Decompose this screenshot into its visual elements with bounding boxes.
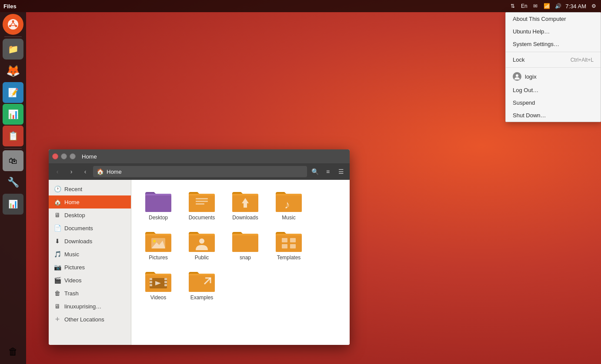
- topbar: Files ⇅ En ✉ 📶 🔊 7:34 AM ⚙: [0, 0, 601, 12]
- menu-separator-2: [506, 67, 601, 68]
- folder-snap[interactable]: snap: [225, 227, 265, 263]
- folder-music-label: Music: [282, 215, 295, 221]
- user-avatar: [513, 72, 521, 81]
- sidebar-label-home: Home: [64, 199, 80, 205]
- svg-rect-29: [282, 238, 287, 242]
- svg-rect-40: [164, 281, 167, 283]
- window-toolbar: ‹ › ‹ 🏠 Home 🔍 ≡ ☰: [49, 163, 350, 180]
- sidebar-item-videos[interactable]: 🎬 Videos: [49, 274, 131, 287]
- menu-user-row: logix: [506, 69, 601, 84]
- launcher-item-trash[interactable]: 🗑: [3, 341, 23, 362]
- window-close-button[interactable]: [52, 153, 58, 159]
- sidebar: 🕐 Recent 🏠 Home 🖥 Desktop 📄 Documents ⬇: [49, 180, 131, 345]
- network-icon[interactable]: 📶: [543, 2, 551, 10]
- username: logix: [525, 73, 537, 80]
- menu-item-help[interactable]: Ubuntu Help…: [506, 25, 601, 38]
- lock-shortcut: Ctrl+Alt+L: [571, 57, 594, 63]
- launcher-item-firefox[interactable]: 🦊: [3, 60, 23, 81]
- window-title: Home: [82, 153, 97, 160]
- folder-documents-label: Documents: [189, 215, 215, 221]
- svg-rect-36: [150, 278, 152, 280]
- location-bar[interactable]: 🏠 Home: [93, 166, 307, 177]
- folder-public-label: Public: [195, 255, 209, 261]
- folder-desktop-label: Desktop: [149, 215, 168, 221]
- system-menu-icon[interactable]: ⚙: [590, 2, 598, 10]
- folder-examples[interactable]: Examples: [182, 267, 222, 303]
- lang-icon[interactable]: En: [520, 2, 528, 10]
- sidebar-label-desktop: Desktop: [64, 212, 85, 218]
- window-body: 🕐 Recent 🏠 Home 🖥 Desktop 📄 Documents ⬇: [49, 180, 350, 345]
- up-button[interactable]: ‹: [79, 165, 91, 178]
- launcher-item-impress[interactable]: 📋: [3, 126, 23, 146]
- sidebar-item-downloads[interactable]: ⬇ Downloads: [49, 235, 131, 248]
- sort-icon[interactable]: ⇅: [509, 2, 517, 10]
- back-button[interactable]: ‹: [51, 165, 63, 178]
- sidebar-label-videos: Videos: [64, 277, 82, 284]
- list-view-button[interactable]: ≡: [322, 165, 334, 178]
- folder-documents[interactable]: Documents: [182, 187, 222, 223]
- sidebar-label-other: Other Locations: [64, 316, 104, 323]
- sidebar-item-home[interactable]: 🏠 Home: [49, 195, 131, 208]
- sidebar-item-recent[interactable]: 🕐 Recent: [49, 182, 131, 195]
- folder-downloads[interactable]: Downloads: [225, 187, 265, 223]
- svg-rect-41: [164, 284, 167, 286]
- folder-pictures-icon: [144, 229, 172, 253]
- menu-item-lock[interactable]: Lock Ctrl+Alt+L: [506, 53, 601, 66]
- window-minimize-button[interactable]: [61, 153, 67, 159]
- sidebar-item-pictures[interactable]: 📷 Pictures: [49, 261, 131, 274]
- folder-music[interactable]: ♪ Music: [269, 187, 309, 223]
- folder-templates[interactable]: Templates: [269, 227, 309, 263]
- launcher-item-settings[interactable]: 🔧: [3, 172, 23, 193]
- launcher-item-files[interactable]: 📁: [3, 39, 23, 60]
- menu-button[interactable]: ☰: [335, 165, 347, 178]
- menu-item-suspend[interactable]: Suspend: [506, 96, 601, 109]
- sidebar-label-documents: Documents: [64, 225, 93, 232]
- sidebar-item-other-locations[interactable]: + Other Locations: [49, 313, 131, 326]
- context-menu: About This Computer Ubuntu Help… System …: [505, 12, 601, 122]
- folder-pictures[interactable]: Pictures: [138, 227, 178, 263]
- svg-rect-31: [282, 244, 287, 248]
- launcher-item-writer[interactable]: 📝: [3, 82, 23, 103]
- menu-item-shutdown[interactable]: Shut Down…: [506, 109, 601, 122]
- folder-desktop[interactable]: Desktop: [138, 187, 178, 223]
- documents-icon: 📄: [54, 225, 61, 232]
- sidebar-label-trash: Trash: [64, 290, 79, 297]
- svg-rect-32: [290, 244, 296, 248]
- svg-text:♪: ♪: [284, 198, 290, 211]
- folder-public-icon: [188, 229, 216, 253]
- svg-rect-9: [196, 201, 208, 202]
- launcher-item-ubuntu[interactable]: [3, 14, 23, 35]
- svg-point-20: [153, 240, 156, 242]
- launcher-item-sysmon[interactable]: 📊: [3, 194, 23, 215]
- launcher-item-software[interactable]: 🛍: [3, 150, 23, 171]
- pictures-icon: 📷: [54, 264, 61, 271]
- search-button[interactable]: 🔍: [309, 165, 321, 178]
- clock: 7:34 AM: [565, 3, 586, 10]
- svg-rect-30: [290, 238, 296, 242]
- forward-button[interactable]: ›: [65, 165, 77, 178]
- mail-icon[interactable]: ✉: [531, 2, 539, 10]
- sidebar-item-network[interactable]: 🖥 linuxuprising…: [49, 300, 131, 313]
- folder-videos[interactable]: Videos: [138, 267, 178, 303]
- menu-item-about[interactable]: About This Computer: [506, 13, 601, 25]
- folder-pictures-label: Pictures: [149, 255, 167, 261]
- sidebar-item-trash[interactable]: 🗑 Trash: [49, 287, 131, 300]
- folder-music-icon: ♪: [275, 189, 303, 213]
- launcher-item-calc[interactable]: 📊: [3, 104, 23, 125]
- launcher-separator-1: [4, 36, 22, 37]
- desktop-icon: 🖥: [54, 212, 61, 218]
- menu-item-logout[interactable]: Log Out…: [506, 84, 601, 96]
- folder-public[interactable]: Public: [182, 227, 222, 263]
- folder-templates-icon: [275, 229, 303, 253]
- sidebar-label-downloads: Downloads: [64, 238, 92, 245]
- volume-icon[interactable]: 🔊: [554, 2, 562, 10]
- sidebar-item-desktop[interactable]: 🖥 Desktop: [49, 208, 131, 222]
- menu-item-settings[interactable]: System Settings…: [506, 38, 601, 50]
- trash-icon: 🗑: [54, 290, 61, 297]
- folder-downloads-icon: [231, 189, 259, 213]
- sidebar-label-network: linuxuprising…: [64, 303, 101, 310]
- menu-separator-1: [506, 52, 601, 52]
- window-maximize-button[interactable]: [70, 153, 76, 159]
- sidebar-item-documents[interactable]: 📄 Documents: [49, 222, 131, 235]
- sidebar-item-music[interactable]: 🎵 Music: [49, 248, 131, 261]
